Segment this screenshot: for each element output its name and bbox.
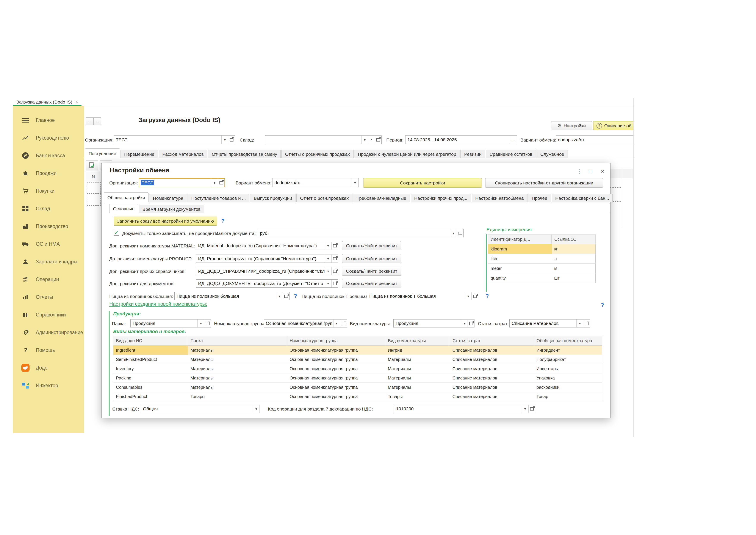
- chevron-down-icon[interactable]: ▾: [198, 320, 204, 327]
- sidebar-item-os-nma[interactable]: ОС и НМА: [13, 235, 84, 253]
- open-icon[interactable]: [340, 320, 347, 327]
- tab-otchet-rozn[interactable]: Отчет о розн.продажах: [296, 194, 352, 202]
- sidebar-item-production[interactable]: Производство: [13, 217, 84, 235]
- create-find-attr-button[interactable]: Создать/Найти реквизит: [342, 254, 401, 263]
- chevron-down-icon[interactable]: ▾: [577, 320, 583, 327]
- nomenclature-group-field[interactable]: Основная номенклатурная груп ▾: [264, 319, 347, 327]
- table-row[interactable]: PackingМатериалыОсновная номенклатурная …: [113, 374, 602, 383]
- col-cost[interactable]: Статья затрат: [450, 336, 534, 346]
- tab-avtoobmen[interactable]: Настройки автообмена: [472, 194, 527, 202]
- sidebar-item-warehouse[interactable]: Склад: [13, 200, 84, 217]
- maximize-icon[interactable]: □: [586, 167, 595, 175]
- chevron-down-icon[interactable]: ▾: [522, 405, 528, 413]
- tab-postuplenie-tovarov[interactable]: Поступление товаров и ...: [188, 194, 249, 202]
- tab-postuplenie[interactable]: Поступление: [85, 149, 120, 158]
- close-icon[interactable]: ×: [75, 99, 78, 105]
- attr-material-field[interactable]: ИД_Material_dodopizza_ru (Справочник "Но…: [196, 241, 338, 250]
- col-group[interactable]: Номенклатурная группа: [287, 336, 385, 346]
- save-settings-button[interactable]: Сохранить настройки: [363, 178, 482, 188]
- col-kind[interactable]: Вид номенклатуры: [385, 336, 450, 346]
- org-field[interactable]: ТЕСТ ▾: [114, 135, 235, 144]
- attr-product-field[interactable]: ИД_Product_dodopizza_ru (Справочник "Ном…: [196, 255, 338, 263]
- chevron-down-icon[interactable]: ▾: [253, 405, 259, 413]
- open-icon[interactable]: [283, 292, 289, 300]
- col-generic[interactable]: Обобщенная номенклатура: [534, 336, 602, 346]
- chevron-down-icon[interactable]: ▾: [450, 229, 457, 237]
- tab-prodazhi-nulevoy[interactable]: Продажи с нулевой ценой или через агрега…: [354, 150, 460, 158]
- kebab-menu-icon[interactable]: ⋮: [575, 167, 583, 175]
- close-icon[interactable]: ×: [598, 167, 607, 175]
- create-find-attr-button[interactable]: Создать/Найти реквизит: [342, 241, 401, 250]
- chevron-down-icon[interactable]: ▾: [325, 267, 331, 275]
- sidebar-item-sales[interactable]: Продажи: [13, 164, 84, 182]
- sidebar-item-manager[interactable]: Руководителю: [13, 129, 84, 147]
- help-mark[interactable]: ?: [221, 218, 225, 224]
- col-folder[interactable]: Папка: [188, 336, 287, 346]
- help-mark[interactable]: ?: [486, 293, 489, 299]
- vat-rate-field[interactable]: Общая ▾: [141, 405, 260, 413]
- currency-field[interactable]: руб. ▾: [258, 229, 464, 237]
- post-document-button[interactable]: [86, 160, 98, 170]
- chevron-down-icon[interactable]: ▾: [325, 280, 331, 287]
- description-button[interactable]: ?Описание об: [593, 121, 633, 130]
- sidebar-item-help[interactable]: ?Помощь: [13, 341, 84, 359]
- tab-peremeshchenie[interactable]: Перемещение: [121, 150, 158, 158]
- units-row[interactable]: literл: [488, 254, 596, 264]
- chevron-down-icon[interactable]: ▾: [221, 136, 228, 144]
- tab-otchety-proizvodstva[interactable]: Отчеты производства за смену: [208, 150, 281, 158]
- chevron-down-icon[interactable]: ▾: [352, 179, 358, 187]
- chevron-down-icon[interactable]: ▾: [461, 320, 468, 327]
- tab-sluzhebnoe[interactable]: Служебное: [537, 150, 568, 158]
- tab-nomenklatura[interactable]: Номенклатура: [149, 194, 187, 202]
- opcode-field[interactable]: 1010200 ▾: [394, 405, 535, 413]
- units-row[interactable]: meterм: [488, 264, 596, 273]
- open-icon[interactable]: [204, 320, 211, 327]
- subtab-osnovnye[interactable]: Основные: [109, 204, 138, 213]
- chevron-down-icon[interactable]: ▾: [325, 242, 331, 250]
- open-icon[interactable]: [528, 405, 535, 413]
- open-icon[interactable]: [583, 320, 590, 327]
- subtab-vremya-zagruzki[interactable]: Время загрузки документов: [139, 205, 204, 213]
- tab-revizii[interactable]: Ревизии: [460, 150, 485, 158]
- more-icon[interactable]: ...: [509, 136, 517, 144]
- open-icon[interactable]: [228, 136, 235, 144]
- attr-documents-field[interactable]: ИД_ДОДО_ДОКУМЕНТЫ_dodopizza_ru (Документ…: [196, 279, 338, 288]
- sidebar-item-salary-hr[interactable]: Зарплата и кадры: [13, 253, 84, 270]
- tab-vypusk-produktsii[interactable]: Выпуск продукции: [250, 194, 296, 202]
- sidebar-item-dodo[interactable]: Додо: [13, 359, 84, 377]
- sidebar-item-injector[interactable]: Инжектор: [13, 377, 84, 394]
- chevron-down-icon[interactable]: ▾: [211, 179, 218, 187]
- copy-settings-button[interactable]: Скопировать настройки от другой организа…: [485, 178, 603, 188]
- write-only-checkbox[interactable]: ✓: [114, 230, 119, 236]
- open-icon[interactable]: [457, 229, 464, 237]
- tab-rashod-materialov[interactable]: Расход материалов: [159, 150, 207, 158]
- window-tab[interactable]: Загрузка данных (Dodo IS) ×: [13, 98, 81, 106]
- table-row[interactable]: InventoryМатериалыОсновная номенклатурна…: [113, 364, 602, 374]
- table-row[interactable]: IngredientМатериалыОсновная номенклатурн…: [113, 346, 602, 355]
- sidebar-item-administration[interactable]: ⚙Администрирование: [13, 324, 84, 341]
- sidebar-item-purchases[interactable]: Покупки: [13, 182, 84, 200]
- open-icon[interactable]: [331, 267, 338, 275]
- dialog-org-field[interactable]: ТЕСТ ▾: [139, 178, 225, 187]
- sidebar-item-bank-cash[interactable]: PБанк и касса: [13, 147, 84, 164]
- folder-field[interactable]: Продукция ▾: [130, 319, 211, 327]
- creation-settings-heading[interactable]: Настройки создания новой номенклатуры:: [109, 301, 207, 307]
- pizza-right-field[interactable]: Пицца из половинок Т большая ▾: [367, 292, 478, 300]
- pizza-left-field[interactable]: Пицца из половинок большая ▾: [175, 292, 289, 300]
- dialog-exchange-field[interactable]: dodopizza/ru ▾: [272, 178, 359, 187]
- open-icon[interactable]: [331, 255, 338, 263]
- cost-item-field[interactable]: Списание материалов ▾: [509, 319, 590, 327]
- attr-catalogs-field[interactable]: ИД_ДОДО_СПРАВОЧНИКИ_dodopizza_ru (Справо…: [196, 267, 338, 275]
- table-row[interactable]: SemiFinishedProductМатериалыОсновная ном…: [113, 355, 602, 364]
- tab-trebovaniya-nakladnye[interactable]: Требования-накладные: [353, 194, 410, 202]
- sidebar-item-operations[interactable]: ДтКтОперации: [13, 270, 84, 288]
- fill-defaults-button[interactable]: Заполнить сразу все настройки по умолчан…: [114, 216, 217, 226]
- chevron-down-icon[interactable]: ▾: [325, 255, 331, 263]
- open-icon[interactable]: [472, 292, 478, 300]
- open-icon[interactable]: [331, 242, 338, 250]
- open-icon[interactable]: [218, 179, 225, 187]
- chevron-down-icon[interactable]: ▾: [276, 292, 283, 300]
- tab-sravnenie-ostatkov[interactable]: Сравнение остатков: [486, 150, 536, 158]
- units-col-link[interactable]: Ссылка 1С: [552, 235, 596, 244]
- nav-back-button[interactable]: ←: [86, 117, 94, 125]
